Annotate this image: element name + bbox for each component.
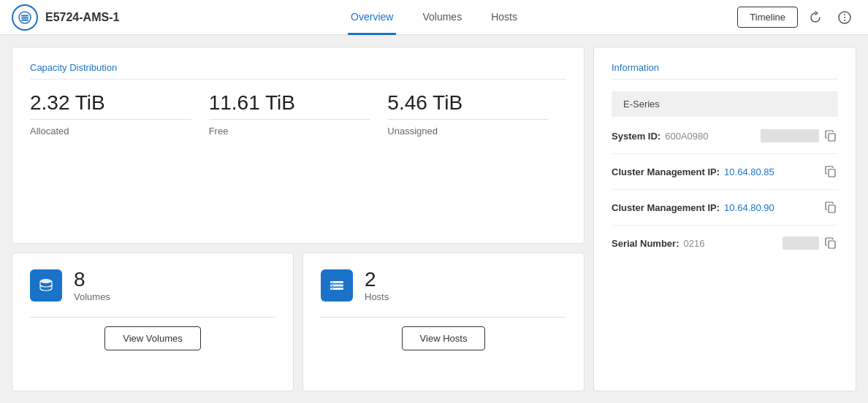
system-id-label: System ID: <box>612 131 660 142</box>
free-value: 11.61 TiB <box>209 91 370 115</box>
information-title: Information <box>612 62 838 80</box>
system-id-value: 600A0980 <box>665 131 756 142</box>
unassigned-label: Unassigned <box>387 119 549 137</box>
allocated-metric: 2.32 TiB Allocated <box>30 91 209 137</box>
volumes-top: 8 Volumes <box>30 268 275 302</box>
svg-rect-15 <box>829 134 835 141</box>
header-left: E5724-AMS-1 <box>12 4 158 31</box>
serial-number-label: Serial Number: <box>612 238 679 249</box>
information-panel: Information E-Series System ID: 600A0980… <box>593 47 856 391</box>
cluster-ip2-label: Cluster Management IP: <box>612 202 720 213</box>
copy-cluster-ip1-button[interactable] <box>823 164 838 179</box>
copy-system-id-button[interactable] <box>823 128 838 143</box>
hosts-top: 2 Hosts <box>321 268 566 302</box>
volumes-divider <box>30 317 275 318</box>
svg-point-13 <box>332 285 333 286</box>
copy-icon <box>825 237 837 249</box>
divider-3 <box>612 225 838 226</box>
serial-number-value: 0216 <box>683 238 778 249</box>
header-nav: Overview Volumes Hosts <box>348 0 520 34</box>
tab-hosts[interactable]: Hosts <box>488 1 520 35</box>
capacity-title: Capacity Distribution <box>30 62 566 80</box>
svg-point-14 <box>332 288 333 289</box>
svg-point-12 <box>332 281 333 283</box>
svg-point-8 <box>40 279 52 283</box>
svg-point-6 <box>844 17 845 18</box>
copy-icon <box>825 130 837 142</box>
copy-icon <box>825 202 837 213</box>
view-hosts-button[interactable]: View Hosts <box>402 326 486 350</box>
svg-rect-3 <box>21 19 28 20</box>
divider-1 <box>612 153 838 154</box>
copy-icon <box>825 166 837 177</box>
type-badge: E-Series <box>612 91 838 117</box>
svg-point-7 <box>844 20 845 21</box>
hosts-info: 2 Hosts <box>365 268 389 302</box>
volumes-info: 8 Volumes <box>74 268 110 302</box>
refresh-icon <box>809 11 822 24</box>
unassigned-metric: 5.46 TiB Unassigned <box>387 91 566 137</box>
more-options-button[interactable] <box>833 6 856 29</box>
serial-number-row: Serial Number: 0216 <box>612 236 838 250</box>
svg-rect-1 <box>21 15 28 16</box>
timeline-button[interactable]: Timeline <box>737 7 798 28</box>
hosts-divider <box>321 317 566 318</box>
system-id-row: System ID: 600A0980 <box>612 128 838 143</box>
tab-overview[interactable]: Overview <box>348 1 396 35</box>
volumes-card: 8 Volumes View Volumes <box>12 253 294 391</box>
copy-cluster-ip2-button[interactable] <box>823 200 838 215</box>
capacity-card: Capacity Distribution 2.32 TiB Allocated… <box>12 47 585 244</box>
unassigned-value: 5.46 TiB <box>387 91 549 115</box>
main-content: Capacity Distribution 2.32 TiB Allocated… <box>0 35 868 403</box>
cluster-ip1-value: 10.64.80.85 <box>724 166 819 177</box>
hosts-card: 2 Hosts View Hosts <box>302 253 585 391</box>
copy-serial-number-button[interactable] <box>823 236 838 250</box>
svg-point-5 <box>844 14 845 15</box>
allocated-label: Allocated <box>30 119 191 137</box>
left-panel: Capacity Distribution 2.32 TiB Allocated… <box>12 47 585 391</box>
svg-rect-18 <box>829 241 835 248</box>
svg-rect-16 <box>829 169 835 177</box>
cluster-ip2-row: Cluster Management IP: 10.64.80.90 <box>612 200 838 215</box>
volumes-icon <box>30 269 62 302</box>
capacity-metrics: 2.32 TiB Allocated 11.61 TiB Free 5.46 T… <box>30 91 566 137</box>
hosts-count: 2 <box>365 268 389 291</box>
volumes-count: 8 <box>74 268 110 291</box>
header: E5724-AMS-1 Overview Volumes Hosts Timel… <box>0 0 868 35</box>
serial-number-redacted <box>783 237 819 250</box>
tab-volumes[interactable]: Volumes <box>419 1 465 35</box>
cluster-ip2-value: 10.64.80.90 <box>724 202 819 213</box>
bottom-row: 8 Volumes View Volumes <box>12 253 585 391</box>
cluster-ip1-label: Cluster Management IP: <box>612 166 720 177</box>
system-id-redacted <box>761 129 819 142</box>
view-volumes-button[interactable]: View Volumes <box>104 326 200 350</box>
free-metric: 11.61 TiB Free <box>209 91 388 137</box>
hosts-icon <box>321 269 353 302</box>
refresh-button[interactable] <box>804 6 827 29</box>
volumes-label: Volumes <box>74 291 110 302</box>
svg-rect-2 <box>21 17 28 18</box>
header-right: Timeline <box>737 6 856 29</box>
storage-icon <box>12 4 38 31</box>
svg-rect-17 <box>829 205 835 212</box>
hosts-label: Hosts <box>365 291 389 302</box>
page-title: E5724-AMS-1 <box>45 11 119 24</box>
free-label: Free <box>209 119 370 137</box>
cluster-ip1-row: Cluster Management IP: 10.64.80.85 <box>612 164 838 179</box>
divider-2 <box>612 189 838 190</box>
allocated-value: 2.32 TiB <box>30 91 191 115</box>
more-icon <box>838 11 851 24</box>
